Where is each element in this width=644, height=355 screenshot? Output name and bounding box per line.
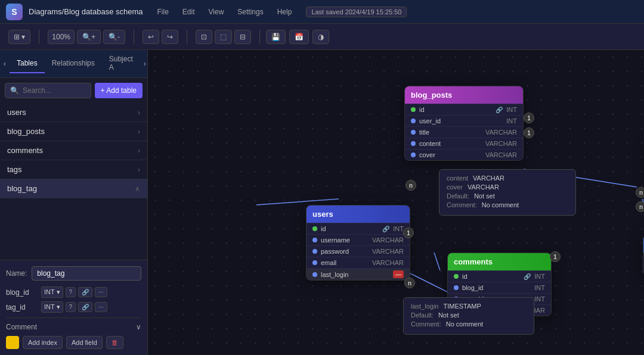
comment-header[interactable]: Comment ∨ [6, 323, 141, 331]
tooltip-content-type: VARCHAR [473, 175, 504, 182]
undo-btn[interactable]: ↩ [143, 30, 159, 44]
schedule-btn[interactable]: 📅 [289, 30, 309, 44]
zoom-out-btn[interactable]: 🔍- [103, 30, 125, 44]
table-name-blog-tag: blog_tag [7, 184, 37, 193]
field-question-btn-2[interactable]: ? [66, 302, 76, 312]
table-editor: Name: blog_id INT ▾ ? 🔗 ··· tag_id INT ▾… [0, 260, 147, 355]
db-table-blog-posts-header: blog_posts [405, 86, 523, 104]
layout-toggle-btn[interactable]: ⊞ ▾ [8, 30, 30, 44]
field-indicator [312, 260, 317, 265]
field-type-value-blog-id: INT [44, 288, 55, 295]
field-indicator [411, 141, 416, 146]
main-layout: ‹ Tables Relationships Subject A › 🔍 + A… [0, 50, 644, 355]
table-tool-btn[interactable]: ⊟ [234, 30, 251, 44]
tooltip-content-label: content [447, 175, 468, 182]
db-table-row: id 🔗 INT [448, 270, 551, 282]
field-name: password [321, 248, 369, 255]
tooltip-comment-label: Comment: [447, 201, 477, 208]
sidebar-item-blog-tag[interactable]: blog_tag ∧ [0, 179, 147, 198]
db-table-users-title: users [312, 210, 333, 219]
zoom-in-btn[interactable]: 🔍+ [77, 30, 101, 44]
table-name-tags: tags [7, 165, 22, 174]
save-btn[interactable]: 💾 [266, 30, 286, 44]
add-field-btn[interactable]: Add field [66, 336, 103, 349]
sidebar-item-users[interactable]: users › [0, 103, 147, 122]
search-input[interactable] [23, 86, 86, 95]
delete-table-btn[interactable]: 🗑 [106, 336, 123, 349]
tooltip-comment-value: No comment [446, 320, 483, 328]
theme-toggle-btn[interactable]: ◑ [312, 30, 329, 44]
delete-field-badge: — [393, 270, 404, 278]
menu-edit[interactable]: Edit [180, 7, 197, 17]
field-type-tag-id[interactable]: INT ▾ [41, 301, 63, 313]
field-question-btn-1[interactable]: ? [66, 287, 76, 297]
tab-relationships[interactable]: Relationships [45, 54, 102, 73]
history-group: ↩ ↪ [140, 30, 181, 44]
search-box[interactable]: 🔍 [5, 83, 91, 98]
field-type-blog-id[interactable]: INT ▾ [41, 287, 63, 298]
tooltip-field-row: last_login TIMESTAMP [411, 303, 527, 310]
toolbar-sep-2 [134, 30, 134, 44]
tooltip-default-row: Default: Not set [411, 312, 527, 319]
db-table-comments-title: comments [454, 257, 493, 266]
chevron-right-icon: › [138, 166, 140, 174]
field-row-tag-id: tag_id INT ▾ ? 🔗 ··· [6, 301, 141, 313]
cover-tooltip: content VARCHAR cover VARCHAR Default: N… [439, 169, 576, 216]
field-indicator [411, 119, 416, 123]
add-table-btn[interactable]: + Add table [95, 83, 143, 98]
add-index-btn[interactable]: Add index [23, 336, 63, 349]
menu-help[interactable]: Help [275, 7, 295, 17]
field-key-btn-1[interactable]: 🔗 [78, 287, 92, 297]
field-more-btn-1[interactable]: ··· [95, 287, 107, 297]
sidebar-item-blog-posts[interactable]: blog_posts › [0, 122, 147, 141]
menu-file[interactable]: File [155, 7, 171, 17]
select-tool-btn[interactable]: ⊡ [196, 30, 212, 44]
color-swatch[interactable] [6, 336, 19, 349]
field-type: VARCHAR [485, 140, 517, 147]
chevron-right-icon: › [138, 108, 140, 117]
table-name-input[interactable] [32, 266, 141, 281]
tooltip-cover-type: VARCHAR [467, 183, 499, 191]
redo-btn[interactable]: ↪ [162, 30, 178, 44]
db-table-row: username VARCHAR [306, 234, 410, 245]
tab-subject-a[interactable]: Subject A [102, 50, 140, 77]
field-type: INT [506, 106, 517, 113]
app-title: Diagrams/Blog database schema [29, 7, 143, 16]
tooltip-cover-label: cover [447, 183, 463, 191]
sidebar-item-comments[interactable]: comments › [0, 141, 147, 160]
db-table-row: title VARCHAR [405, 126, 523, 138]
field-type: INT [506, 117, 517, 124]
tooltip-comment-label: Comment: [411, 320, 441, 328]
conn-badge-n4: n [636, 201, 644, 212]
tab-tables[interactable]: Tables [10, 54, 45, 73]
sidebar-search-area: 🔍 + Add table [0, 78, 147, 103]
field-name-blog-id: blog_id [6, 288, 39, 297]
db-table-users[interactable]: users id 🔗 INT username VARCHAR password… [306, 205, 410, 281]
field-indicator [454, 274, 459, 279]
canvas[interactable]: blog_posts id 🔗 INT user_id INT title VA… [148, 50, 644, 355]
field-indicator [312, 272, 317, 277]
db-table-row: blog_id INT [448, 282, 551, 293]
db-table-blog-posts[interactable]: blog_posts id 🔗 INT user_id INT title VA… [404, 86, 524, 161]
menu-settings[interactable]: Settings [235, 7, 265, 17]
svg-line-1 [434, 253, 440, 270]
editor-actions: Add index Add field 🗑 [6, 336, 141, 349]
field-name: last_login [321, 271, 389, 278]
field-name: blog_id [462, 284, 531, 291]
tooltip-cover-row: cover VARCHAR [447, 183, 568, 191]
comment-section: Comment ∨ [6, 317, 141, 331]
field-more-btn-2[interactable]: ··· [95, 302, 107, 312]
sidebar-tabs: ‹ Tables Relationships Subject A › [0, 50, 147, 78]
field-name: email [321, 259, 369, 266]
field-type: INT [534, 295, 545, 303]
sidebar-tab-prev[interactable]: ‹ [0, 55, 10, 73]
field-type: INT [393, 225, 404, 232]
field-key-btn-2[interactable]: 🔗 [78, 302, 92, 312]
sidebar-tab-next[interactable]: › [140, 55, 148, 73]
table-name-row: Name: [6, 266, 141, 281]
menu-view[interactable]: View [206, 7, 227, 17]
sidebar-item-tags[interactable]: tags › [0, 160, 147, 179]
frame-tool-btn[interactable]: ⬚ [215, 30, 232, 44]
toolbar-sep-4 [259, 30, 260, 44]
conn-badge-1: 1 [524, 113, 534, 123]
